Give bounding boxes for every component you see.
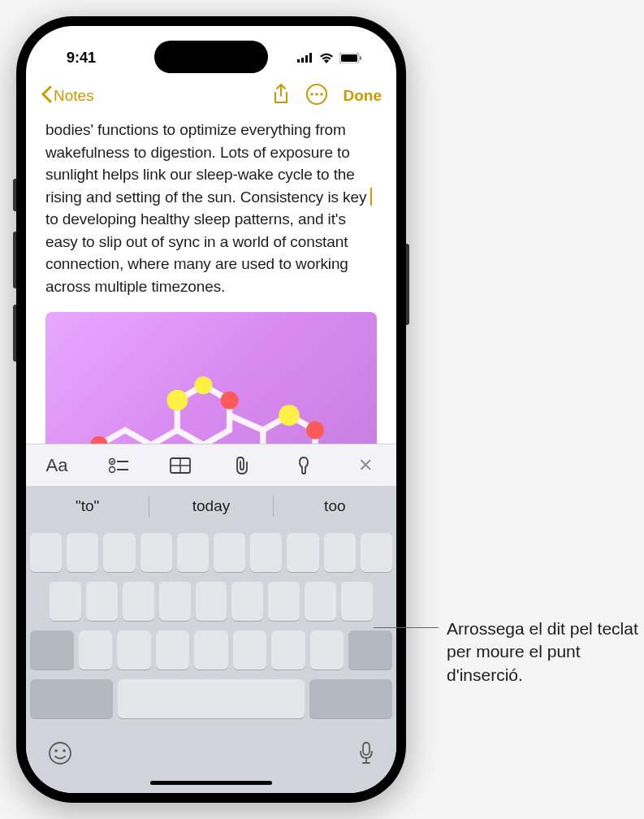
note-image[interactable] (45, 312, 377, 444)
mute-switch (13, 179, 16, 211)
svg-rect-1 (301, 58, 304, 63)
svg-point-21 (221, 392, 239, 410)
svg-point-16 (90, 436, 108, 444)
screen: 9:41 Notes (26, 26, 396, 793)
status-icons (297, 53, 362, 63)
attachment-button[interactable] (211, 456, 273, 475)
wifi-icon (319, 53, 334, 63)
blank-space-key[interactable] (118, 679, 304, 718)
suggestion-2[interactable]: today (149, 497, 272, 515)
blank-key[interactable] (67, 533, 98, 572)
blank-key[interactable] (341, 582, 373, 621)
blank-key[interactable] (231, 582, 263, 621)
close-format-button[interactable]: ✕ (335, 455, 396, 476)
key-row-3 (30, 630, 392, 670)
svg-point-35 (63, 749, 66, 752)
text-before-cursor: bodies' functions to optimize everything… (45, 121, 371, 206)
blank-key[interactable] (103, 533, 135, 572)
blank-key[interactable] (250, 533, 282, 572)
svg-rect-2 (305, 55, 308, 63)
nav-bar: Notes Done (26, 75, 396, 115)
blank-key[interactable] (79, 630, 112, 670)
blank-key[interactable] (196, 582, 227, 621)
svg-point-33 (50, 743, 71, 764)
dynamic-island (154, 41, 268, 73)
svg-point-28 (110, 466, 115, 472)
svg-point-8 (310, 93, 313, 96)
home-indicator[interactable] (150, 781, 272, 785)
svg-rect-6 (360, 56, 361, 60)
markup-button[interactable] (273, 456, 335, 475)
blank-key[interactable] (123, 582, 154, 621)
molecule-illustration (62, 369, 360, 444)
blank-key[interactable] (50, 582, 81, 621)
svg-point-22 (279, 405, 300, 427)
blank-key[interactable] (268, 582, 300, 621)
checklist-button[interactable] (88, 457, 149, 474)
table-button[interactable] (149, 457, 211, 474)
suggestion-3[interactable]: too (274, 497, 396, 515)
volume-down-button (13, 305, 16, 362)
side-button (406, 244, 409, 325)
svg-point-18 (166, 390, 188, 411)
blank-key[interactable] (287, 533, 318, 572)
note-content[interactable]: bodies' functions to optimize everything… (26, 115, 396, 444)
svg-line-14 (230, 415, 263, 430)
blank-key[interactable] (140, 533, 172, 572)
text-after-cursor: to developing healthy sleep patterns, an… (45, 210, 348, 295)
blank-key[interactable] (271, 630, 305, 670)
key-row-4 (30, 679, 392, 718)
key-row-1 (30, 533, 392, 572)
blank-key[interactable] (159, 582, 191, 621)
blank-key[interactable] (361, 533, 392, 572)
battery-icon (339, 53, 362, 63)
svg-rect-3 (309, 53, 312, 63)
volume-up-button (13, 232, 16, 288)
phone-frame: 9:41 Notes (16, 16, 406, 803)
blank-key[interactable] (233, 630, 266, 670)
blank-key[interactable] (177, 533, 209, 572)
svg-rect-5 (341, 54, 357, 62)
svg-point-10 (320, 93, 323, 96)
dictation-icon[interactable] (358, 741, 374, 771)
blank-delete-key[interactable] (348, 630, 392, 670)
callout: Arrossega el dit pel teclat per moure el… (414, 618, 642, 687)
svg-point-24 (306, 422, 324, 440)
svg-point-34 (54, 749, 58, 752)
keyboard-bottom-row (30, 728, 392, 771)
blank-shift-key[interactable] (30, 630, 74, 670)
blank-key[interactable] (324, 533, 356, 572)
blank-key[interactable] (310, 630, 344, 670)
back-button[interactable]: Notes (41, 83, 94, 109)
svg-point-26 (110, 458, 115, 464)
share-icon[interactable] (272, 83, 290, 109)
back-label: Notes (54, 87, 94, 105)
done-button[interactable]: Done (344, 87, 383, 105)
blank-key[interactable] (30, 533, 62, 572)
blank-return-key[interactable] (309, 679, 392, 718)
more-icon[interactable] (306, 84, 327, 108)
suggestion-1[interactable]: "to" (26, 497, 149, 515)
svg-point-9 (315, 93, 318, 96)
blank-key[interactable] (194, 630, 227, 670)
suggestion-bar: "to" today too (26, 486, 396, 526)
blank-key[interactable] (305, 582, 336, 621)
chevron-left-icon (41, 83, 52, 109)
blank-key[interactable] (214, 533, 245, 572)
blank-mode-key[interactable] (30, 679, 113, 718)
note-text[interactable]: bodies' functions to optimize everything… (45, 119, 377, 297)
svg-rect-36 (363, 743, 370, 755)
text-format-button[interactable]: Aa (26, 455, 88, 476)
emoji-icon[interactable] (48, 741, 72, 771)
nav-actions: Done (272, 83, 383, 109)
svg-point-19 (194, 377, 212, 395)
blank-key[interactable] (86, 582, 118, 621)
blank-key[interactable] (117, 630, 150, 670)
callout-text: Arrossega el dit pel teclat per moure el… (414, 618, 642, 687)
svg-rect-0 (297, 59, 300, 63)
blank-key[interactable] (156, 630, 189, 670)
key-row-2 (30, 582, 392, 621)
keyboard-trackpad-mode[interactable] (26, 526, 396, 793)
text-cursor (370, 188, 372, 206)
cellular-icon (297, 53, 313, 63)
